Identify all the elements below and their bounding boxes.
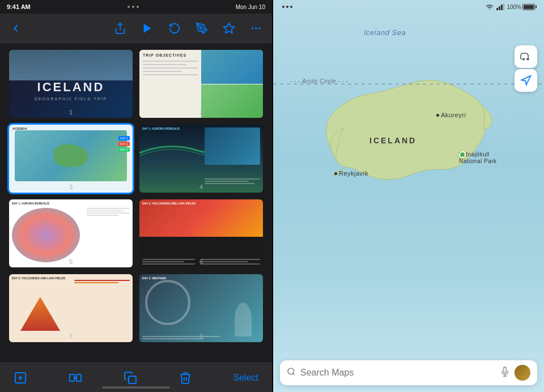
share-button[interactable] <box>113 22 127 35</box>
slide6-header: DAY 2: VOLCANOES AND LAVA FIELDS <box>142 202 196 205</box>
slide-item-7[interactable]: DAY 2: VOLCANOES AND LAVA FIELDS 7 <box>9 274 133 342</box>
duplicate-button[interactable] <box>124 371 137 385</box>
svg-rect-17 <box>503 3 504 10</box>
slide-item-6[interactable]: DAY 2: VOLCANOES AND LAVA FIELDS 6 <box>139 199 263 267</box>
search-input[interactable] <box>300 368 495 378</box>
delete-button[interactable] <box>178 371 192 385</box>
undo-button[interactable] <box>168 22 181 35</box>
slide7-bg: DAY 2: VOLCANOES AND LAVA FIELDS <box>9 274 133 342</box>
slide-thumb-1: ICELAND GEOGRAPHIC FIELD TRIP <box>9 50 133 118</box>
avatar[interactable] <box>515 365 530 381</box>
more-button[interactable] <box>249 22 263 35</box>
status-date: Mon Jun 10 <box>236 4 265 10</box>
slide2-bg: TRIP OBJECTIVES <box>139 50 263 118</box>
slide-item-4[interactable]: DAY 1: AURORA BOREALIS 4 <box>139 125 263 193</box>
search-svg <box>287 367 296 376</box>
slide2-img2 <box>201 84 263 118</box>
svg-point-18 <box>523 58 525 60</box>
pencil-button[interactable] <box>195 22 209 35</box>
dot1 <box>282 6 284 8</box>
akureyri-label: Akureyri <box>441 112 466 118</box>
slide-number-3: 3 <box>69 184 73 190</box>
location-button[interactable] <box>515 69 537 92</box>
svg-point-4 <box>256 28 257 29</box>
battery-percent: 100% <box>507 4 521 10</box>
toolbar-left <box>9 22 23 35</box>
slide2-line <box>143 61 198 62</box>
iceland-svg <box>290 45 528 215</box>
status-center-dots <box>128 6 139 8</box>
slide-thumb-8: DAY 3: WEATHER <box>139 274 263 342</box>
svg-point-6 <box>252 28 253 29</box>
iceland-sea-label: Iceland Sea <box>364 28 406 37</box>
slide5-bg: DAY 1: AURORA BOREALIS <box>9 199 133 267</box>
svg-marker-1 <box>144 23 151 33</box>
slide-number-4: 4 <box>199 184 203 190</box>
svg-point-19 <box>528 58 529 60</box>
maps-status-bar: 100% <box>273 0 544 14</box>
svg-line-22 <box>293 373 295 375</box>
slide-item-8[interactable]: DAY 3: WEATHER 8 <box>139 274 263 342</box>
shapes-button[interactable] <box>222 22 236 35</box>
city-dot-reykjavik <box>334 172 337 175</box>
svg-rect-13 <box>129 376 136 384</box>
slide5-graphic <box>12 208 80 262</box>
keynote-status-bar: 9:41 AM Mon Jun 10 <box>0 0 272 14</box>
signal-icon <box>496 3 504 10</box>
slide6-text <box>201 259 260 265</box>
maps-status-right: 100% <box>485 3 535 10</box>
slide3-map <box>15 130 127 181</box>
slide7-volcano <box>20 297 60 331</box>
slide3-iceland-shape <box>54 144 88 167</box>
select-button[interactable]: Select <box>233 373 258 383</box>
slide2-header: TRIP OBJECTIVES <box>143 53 198 57</box>
play-button[interactable] <box>141 22 154 35</box>
battery-fill <box>524 5 534 9</box>
slide-number-8: 8 <box>199 333 203 340</box>
location-arrow-icon <box>520 75 532 86</box>
slide2-line4 <box>143 71 181 72</box>
slide-thumb-4: DAY 1: AURORA BOREALIS <box>139 125 263 193</box>
svg-rect-14 <box>496 8 498 10</box>
svg-point-21 <box>288 368 294 374</box>
back-button[interactable] <box>9 22 23 35</box>
maps-search-bar[interactable] <box>280 360 537 385</box>
status-dot-2 <box>132 6 134 8</box>
slide-thumb-5: DAY 1: AURORA BOREALIS <box>9 199 133 267</box>
slide8-person <box>235 302 252 336</box>
avatar-image <box>515 365 530 381</box>
slide-thumb-6: DAY 2: VOLCANOES AND LAVA FIELDS <box>139 199 263 267</box>
wifi-icon <box>485 3 494 10</box>
battery-icon <box>522 4 535 10</box>
slide-item-3[interactable]: AGENDA DAY 1 DAY 2 DAY 3 3 <box>9 125 133 193</box>
slide8-swirl <box>145 280 190 325</box>
microphone-icon[interactable] <box>500 367 510 380</box>
svg-point-2 <box>200 27 202 29</box>
svg-marker-20 <box>522 76 531 85</box>
slide4-photo <box>205 127 260 165</box>
transition-button[interactable] <box>69 371 82 385</box>
reykjavik-marker: Reykjavík <box>334 170 368 177</box>
slide-item-2[interactable]: TRIP OBJECTIVES 2 <box>139 50 263 118</box>
dot2 <box>286 6 288 8</box>
slide-item-5[interactable]: DAY 1: AURORA BOREALIS 5 <box>9 199 133 267</box>
slide4-header: DAY 1: AURORA BOREALIS <box>142 127 180 130</box>
slide2-right <box>201 50 263 118</box>
city-dot-akureyri <box>436 114 439 117</box>
add-slide-button[interactable] <box>14 371 27 385</box>
status-dot-3 <box>137 6 139 8</box>
status-time: 9:41 AM <box>7 3 31 10</box>
svg-rect-16 <box>501 5 503 10</box>
maps-controls <box>515 45 537 92</box>
slide5-text <box>87 208 130 216</box>
svg-point-5 <box>260 28 261 29</box>
slide4-text <box>205 178 260 184</box>
slide-thumb-7: DAY 2: VOLCANOES AND LAVA FIELDS <box>9 274 133 342</box>
slide-number-2: 2 <box>199 109 203 116</box>
maps-panel: - - - Arctic Circle - - - Iceland Sea IC… <box>273 0 544 392</box>
slide-item-1[interactable]: ICELAND GEOGRAPHIC FIELD TRIP 1 <box>9 50 133 118</box>
svg-rect-10 <box>70 374 74 381</box>
slide6-bg: DAY 2: VOLCANOES AND LAVA FIELDS <box>139 199 263 267</box>
slide5-header: DAY 1: AURORA BOREALIS <box>12 202 49 205</box>
drive-mode-button[interactable] <box>515 45 537 68</box>
